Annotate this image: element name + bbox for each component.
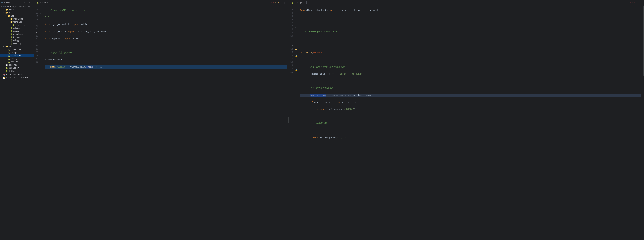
gutter-23: ▾ — [40, 37, 44, 40]
rln-9: 9 — [290, 31, 294, 35]
code-line-30 — [45, 122, 286, 125]
left-code-content[interactable]: 2. Add a URL to urlpatterns: """ from dj… — [44, 5, 288, 240]
tree-zhengze[interactable]: 🐍 正则.py — [0, 69, 34, 73]
tree-models[interactable]: 🐍 models.py — [0, 33, 34, 36]
scratches-icon: 📝 — [3, 77, 6, 79]
ln-17: 17 — [36, 15, 39, 18]
scratches-label: Scratches and Consoles — [6, 76, 28, 79]
sidebar-toolbar: ⚙ ≡ ⊟ − — [23, 1, 32, 4]
settings-icon: 🐍 — [8, 55, 10, 57]
rgutter-7: ▾ — [295, 26, 298, 30]
tree-templates[interactable]: ▸ 📁 templates — [0, 20, 34, 23]
ln-19: 19 — [36, 21, 39, 25]
tab-urls[interactable]: 🐍 urls.py ✕ — [35, 0, 50, 4]
collapse-icon[interactable]: − — [31, 1, 32, 4]
tree-external[interactable]: ▸ 📚 External Libraries — [0, 73, 34, 76]
ln-28: 28 — [36, 51, 39, 54]
right-error-count2: ⚠ 1 — [634, 1, 637, 3]
rcode-line-4: # Create your views here. — [300, 30, 641, 33]
views-tab-close[interactable]: ✕ — [304, 2, 305, 3]
tree-urls-api[interactable]: 🐍 urls.py — [0, 39, 34, 42]
db-icon: 💾 — [6, 64, 8, 66]
tree-venv[interactable]: ▸ 📁 .venv — [0, 8, 34, 11]
rgutter-2 — [295, 9, 298, 12]
api-folder-icon: 📂 — [8, 15, 10, 17]
tree-init-day03[interactable]: 🐍 __init__.py — [0, 48, 34, 51]
urls-day03-label: urls.py — [11, 58, 17, 60]
rln-10: 10 — [290, 35, 294, 38]
rcode-line-10: permissions = ["xx", "login", 'account'] — [300, 72, 641, 76]
tree-manage[interactable]: 🐍 manage.py — [0, 66, 34, 69]
tree-tests[interactable]: 🐍 tests.py — [0, 36, 34, 39]
tree-asgi[interactable]: 🐍 asgi.py — [0, 51, 34, 54]
right-tab-bar: 🐍 views.py ✕ ⚠ 2 ⚠ 1 ⋮ — [289, 0, 644, 5]
models-label: models.py — [13, 33, 23, 35]
rgutter-6 — [295, 23, 298, 26]
tree-apps[interactable]: ▾ 📂 apps — [0, 11, 34, 14]
tree-views-api[interactable]: 🐍 views.py — [0, 42, 34, 45]
day03-icon: 📂 — [6, 45, 8, 48]
gutter-30 — [40, 62, 44, 65]
views-api-label: views.py — [13, 42, 21, 45]
filter-icon[interactable]: ⊟ — [28, 1, 30, 4]
tree-apps-py[interactable]: 🐍 apps.py — [0, 30, 34, 33]
code-line-18: from apps.api import views — [45, 37, 286, 40]
views-tab-label: views.py — [294, 1, 302, 4]
ln-18: 18 — [36, 18, 39, 21]
tree-db[interactable]: 💾 db.sqlite3 — [0, 63, 34, 66]
rln-1: 1 — [290, 5, 294, 8]
code-line-27 — [45, 101, 286, 104]
tree-init-api[interactable]: 🐍 __init__.py — [0, 23, 34, 26]
tree-day03[interactable]: ▾ 📂 day03 — [0, 45, 34, 48]
templates-icon: 📁 — [10, 21, 13, 23]
rln-19: 19 — [290, 64, 294, 67]
right-code-content[interactable]: from django.shortcuts import render, Htt… — [298, 5, 642, 240]
right-scrollbar[interactable] — [642, 5, 644, 240]
code-line-14: 2. Add a URL to urlpatterns: — [45, 9, 286, 12]
urls-tab-close[interactable]: ✕ — [47, 2, 48, 3]
sidebar-title: Project — [4, 1, 10, 4]
rgutter-20 — [295, 72, 298, 76]
rgutter-10 — [295, 37, 298, 40]
tree-urls-day03[interactable]: 🐍 urls.py — [0, 57, 34, 60]
left-code-editor[interactable]: 14 15 16 17 18 19 20 21 22 23 24 25 26 2… — [34, 5, 288, 240]
rln-17: 17 — [290, 57, 294, 61]
tab-views[interactable]: 🐍 views.py ✕ — [290, 0, 307, 4]
tree-wsgi[interactable]: 🐍 wsgi.py — [0, 60, 34, 63]
urls-tab-icon: 🐍 — [37, 2, 39, 3]
right-tab-more[interactable]: ⋮ — [638, 1, 643, 4]
urls-api-icon: 🐍 — [10, 39, 12, 41]
scrollbar-thumb[interactable] — [643, 5, 644, 76]
rgutter-21 — [295, 76, 298, 80]
templates-label: templates — [14, 21, 22, 23]
list-icon[interactable]: ≡ — [26, 1, 28, 4]
rgutter-11 — [295, 40, 298, 44]
tree-scratches[interactable]: ▸ 📝 Scratches and Consoles — [0, 76, 34, 79]
db-label: db.sqlite3 — [8, 64, 17, 66]
rgutter-16 — [295, 58, 298, 62]
ln-31: 31 — [36, 61, 39, 64]
tree-api[interactable]: ▾ 📂 api — [0, 14, 34, 17]
ln-16: 16 — [36, 11, 39, 15]
gutter-lock-19: 🔒 — [295, 69, 297, 71]
tree-settings[interactable]: 🐍 settings.py — [0, 54, 34, 57]
init-api-label: __init__.py — [16, 24, 26, 26]
gutter-28 — [40, 55, 44, 58]
left-tab-more[interactable]: ⋮ — [282, 1, 287, 4]
tree-admin[interactable]: 🐍 admin.py — [0, 26, 34, 30]
rcode-line-11 — [300, 80, 641, 83]
apps-arrow: ▾ — [3, 12, 6, 14]
rcode-line-6 — [300, 44, 641, 48]
code-line-19 — [45, 44, 286, 48]
right-code-editor[interactable]: 1 2 3 4 5 6 7 8 9 10 11 12 13 14 15 16 1 — [289, 5, 644, 240]
wsgi-icon: 🐍 — [8, 61, 10, 63]
tree-migrations[interactable]: ▸ 📁 migrations — [0, 17, 34, 20]
rln-5: 5 — [290, 18, 294, 21]
migrations-arrow: ▸ — [8, 18, 10, 20]
code-line-26 — [45, 94, 286, 97]
rgutter-8 — [295, 30, 298, 33]
ln-22: 22 — [36, 31, 39, 35]
asgi-label: asgi.py — [11, 51, 18, 54]
tree-root[interactable]: ▾ ◉ day03 ~/PycharmProjects/5x... — [0, 5, 34, 8]
cog-icon[interactable]: ⚙ — [23, 1, 25, 4]
